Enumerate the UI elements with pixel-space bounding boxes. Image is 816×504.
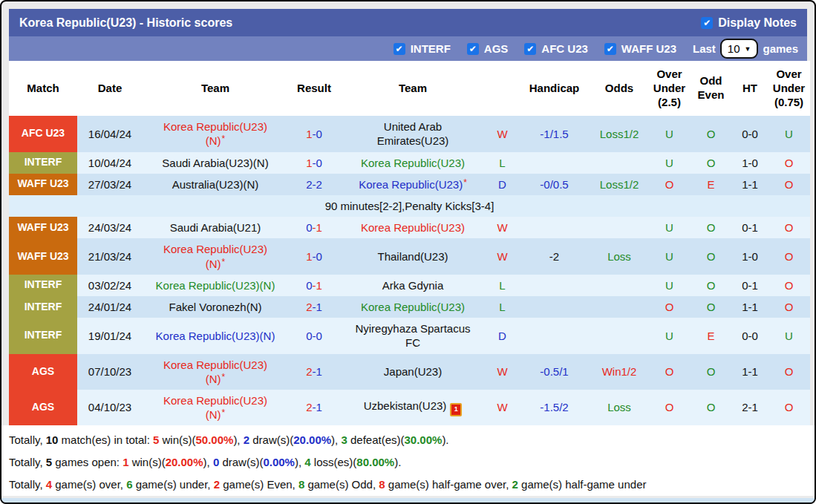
handicap-cell [519, 217, 590, 238]
summary-text: defeat(es)( [347, 433, 405, 446]
odd-even-cell: O [690, 152, 732, 174]
wdl-cell: D [486, 318, 519, 353]
over-under-075-cell: O [768, 275, 810, 296]
odds-cell: Loss [590, 238, 649, 274]
home-score: 2 [306, 365, 312, 378]
summary-text: Totally, [9, 456, 46, 468]
last-games-select[interactable]: 10 ▼ [720, 39, 759, 59]
table-row: INTERF19/01/24Korea Republic(U23)(N)0-0N… [9, 318, 810, 353]
away-team-cell: Uzbekistan(U23)1 [340, 390, 486, 425]
result-cell: 2-2 [288, 174, 340, 195]
summary-text: 2 [214, 478, 220, 491]
ht-cell: 2-1 [732, 390, 768, 425]
games-label: games [763, 42, 798, 55]
odd-even-cell: O [690, 354, 732, 390]
table-row: AGS04/10/23Korea Republic(U23) (N)*2-1Uz… [9, 390, 810, 425]
handicap-cell [519, 275, 590, 296]
over-under-075-cell: O [768, 152, 810, 174]
team-name: Japan(U23) [384, 365, 442, 378]
last-label: Last [693, 42, 716, 55]
star-marker: * [222, 134, 226, 144]
date-cell: 03/02/24 [77, 275, 143, 296]
over-under-25-cell: U [649, 152, 690, 174]
star-marker: * [222, 408, 226, 418]
star-marker: * [222, 257, 226, 267]
team-name: Thailand(U23) [377, 250, 448, 263]
filter-checkbox-waff-u23[interactable]: ✔ WAFF U23 [604, 42, 676, 55]
away-score: -0 [313, 157, 322, 169]
summary-text: 8 [298, 478, 304, 491]
filter-label: AFC U23 [541, 42, 588, 55]
odd-even-cell: O [690, 217, 732, 238]
date-cell: 21/03/24 [77, 238, 143, 274]
summary-text: 80.00% [356, 456, 394, 468]
summary-text: game(s) Odd, [304, 478, 379, 491]
home-score: 0 [306, 221, 312, 234]
team-name: Korea Republic(U23) (N) [163, 243, 267, 269]
summary-text: 3 [341, 433, 347, 446]
column-header-away-team: Team [340, 61, 486, 116]
ht-cell: 1-1 [732, 354, 768, 390]
home-score: 2 [306, 301, 312, 313]
display-notes-checkbox[interactable]: ✔ Display Notes [701, 16, 797, 30]
result-cell: 1-0 [288, 152, 340, 174]
ht-cell: 1-1 [732, 296, 768, 318]
summary-section: Totally, 10 match(es) in total: 5 win(s)… [1, 425, 815, 496]
handicap-cell [519, 296, 590, 318]
summary-line: Totally, 10 match(es) in total: 5 win(s)… [9, 429, 815, 451]
filter-checkbox-ags[interactable]: ✔ AGS [467, 42, 509, 55]
team-name: Korea Republic(U23) [361, 301, 465, 313]
wdl-cell: L [486, 296, 519, 318]
ht-cell: 0-1 [732, 217, 768, 238]
over-under-25-cell: O [649, 354, 690, 390]
last-games-value: 10 [728, 42, 740, 55]
home-team-cell: Korea Republic(U23) (N)* [143, 238, 288, 274]
odds-cell [590, 152, 649, 174]
over-under-25-cell: O [649, 296, 690, 318]
summary-text: 2 [244, 433, 249, 446]
star-marker: * [463, 177, 467, 188]
note-row: 90 minutes[2-2],Penalty Kicks[3-4] [9, 195, 810, 217]
wdl-cell: W [486, 217, 519, 238]
filter-checkbox-afc-u23[interactable]: ✔ AFC U23 [524, 42, 588, 55]
team-name: Korea Republic(U23) (N) [163, 120, 267, 147]
over-under-075-cell: O [768, 296, 810, 318]
handicap-cell [519, 318, 590, 353]
over-under-25-cell: O [649, 174, 690, 195]
date-cell: 10/04/24 [77, 152, 143, 174]
ht-cell: 1-0 [732, 152, 768, 174]
filter-checkbox-interf[interactable]: ✔ INTERF [394, 42, 451, 55]
summary-text: 10 [46, 433, 59, 446]
summary-text: ), [203, 456, 213, 468]
summary-text: game(s) half-game under [518, 478, 647, 491]
title-bar: Korea Republic(U23) - Historic scores ✔ … [9, 9, 807, 36]
bottom-divider [1, 498, 815, 503]
date-cell: 16/04/24 [77, 116, 143, 151]
filter-label: INTERF [411, 42, 451, 55]
team-name: Korea Republic(U23)(N) [156, 330, 275, 342]
home-team-cell: Korea Republic(U23) (N)* [143, 116, 288, 151]
odds-cell [590, 318, 649, 353]
home-score: 1 [306, 157, 312, 169]
home-team-cell: Korea Republic(U23) (N)* [143, 390, 288, 425]
red-card-icon: 1 [450, 403, 462, 416]
summary-text: games open: [52, 456, 123, 468]
over-under-25-cell: U [649, 217, 690, 238]
column-header-ht: HT [732, 61, 768, 116]
away-score: -0 [313, 250, 322, 263]
away-score: -0 [313, 128, 322, 140]
summary-line: Totally, 4 game(s) over, 6 game(s) under… [9, 474, 815, 496]
summary-text: 8 [379, 478, 385, 491]
handicap-cell [519, 152, 590, 174]
display-notes-label: Display Notes [718, 16, 797, 30]
team-name: Saudi Arabia(U23)(N) [162, 157, 268, 169]
filter-label: WAFF U23 [621, 42, 676, 55]
over-under-25-cell: U [649, 275, 690, 296]
date-cell: 19/01/24 [77, 318, 143, 353]
over-under-075-cell: U [768, 116, 810, 151]
match-badge: INTERF [9, 318, 77, 353]
filter-label: AGS [484, 42, 509, 55]
ht-cell: 1-0 [732, 238, 768, 274]
star-marker: * [222, 372, 226, 382]
team-name: Korea Republic(U23) (N) [163, 394, 267, 421]
